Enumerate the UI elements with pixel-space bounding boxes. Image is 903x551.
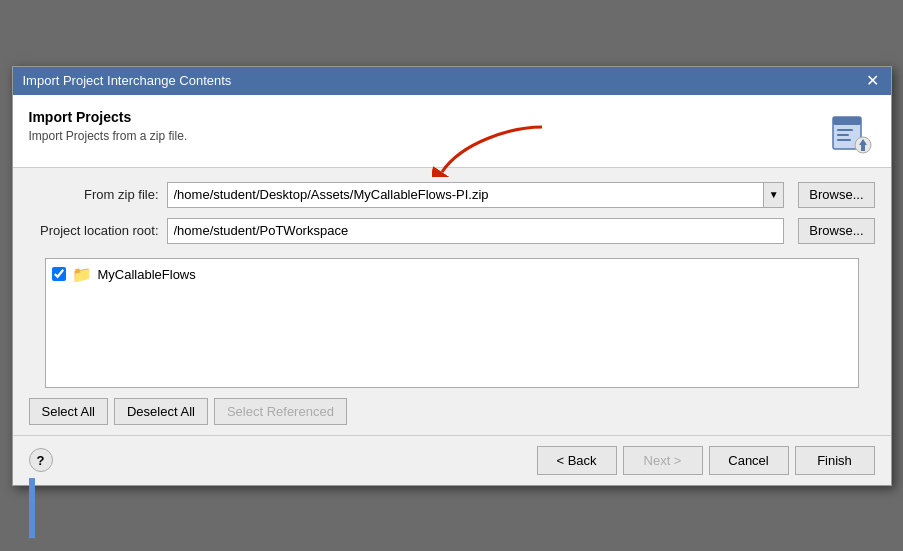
location-input-group (167, 218, 785, 244)
deselect-all-button[interactable]: Deselect All (114, 398, 208, 425)
svg-rect-4 (837, 139, 851, 141)
form-section: From zip file: ▼ Browse... (13, 168, 891, 258)
select-referenced-button[interactable]: Select Referenced (214, 398, 347, 425)
footer-left: ? (29, 448, 53, 472)
back-button[interactable]: < Back (537, 446, 617, 475)
svg-rect-3 (837, 134, 849, 136)
header-icon (827, 109, 875, 157)
zip-file-input[interactable] (167, 182, 765, 208)
import-svg-icon (829, 111, 873, 155)
title-bar: Import Project Interchange Contents ✕ (13, 67, 891, 95)
header-text: Import Projects Import Projects from a z… (29, 109, 188, 143)
zip-browse-button[interactable]: Browse... (798, 182, 874, 208)
cancel-button[interactable]: Cancel (709, 446, 789, 475)
finish-button[interactable]: Finish (795, 446, 875, 475)
location-row: Project location root: Browse... (29, 218, 875, 244)
help-button[interactable]: ? (29, 448, 53, 472)
project-item: 📁 MyCallableFlows (52, 265, 852, 284)
project-name: MyCallableFlows (98, 267, 196, 282)
location-input[interactable] (167, 218, 785, 244)
zip-input-group: ▼ (167, 182, 785, 208)
footer-right: < Back Next > Cancel Finish (537, 446, 875, 475)
left-accent (29, 478, 35, 538)
header-title: Import Projects (29, 109, 188, 125)
header-subtitle: Import Projects from a zip file. (29, 129, 188, 143)
location-browse-button[interactable]: Browse... (798, 218, 874, 244)
svg-rect-1 (833, 117, 861, 125)
zip-label: From zip file: (29, 187, 159, 202)
close-button[interactable]: ✕ (864, 73, 881, 89)
zip-dropdown-button[interactable]: ▼ (764, 182, 784, 208)
select-all-button[interactable]: Select All (29, 398, 108, 425)
next-button[interactable]: Next > (623, 446, 703, 475)
svg-rect-2 (837, 129, 853, 131)
header-section: Import Projects Import Projects from a z… (13, 95, 891, 168)
dialog-body: Import Projects Import Projects from a z… (13, 95, 891, 485)
projects-list: 📁 MyCallableFlows (45, 258, 859, 388)
location-label: Project location root: (29, 223, 159, 238)
zip-file-row: From zip file: ▼ Browse... (29, 182, 875, 208)
action-buttons-row: Select All Deselect All Select Reference… (13, 388, 891, 435)
dialog-title: Import Project Interchange Contents (23, 73, 232, 88)
footer: ? < Back Next > Cancel Finish (13, 435, 891, 485)
import-dialog: Import Project Interchange Contents ✕ Im… (12, 66, 892, 486)
project-checkbox[interactable] (52, 267, 66, 281)
project-folder-icon: 📁 (72, 265, 92, 284)
